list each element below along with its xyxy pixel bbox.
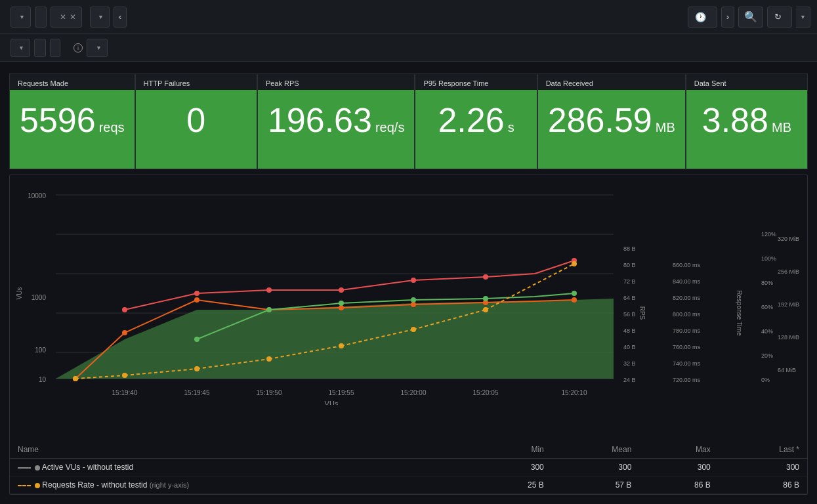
close-icon[interactable]: ✕ xyxy=(60,12,66,22)
svg-text:800.00 ms: 800.00 ms xyxy=(673,311,701,318)
stat-card-data-sent: Data Sent 3.88 MB xyxy=(686,74,808,169)
time-nav-back[interactable]: ‹ xyxy=(114,7,127,28)
svg-text:860.00 ms: 860.00 ms xyxy=(673,262,701,268)
svg-text:15:20:10: 15:20:10 xyxy=(562,389,587,396)
stat-label: Peak RPS xyxy=(258,74,415,90)
svg-point-57 xyxy=(411,302,416,307)
svg-text:56 B: 56 B xyxy=(623,311,636,318)
series-table: Name Min Mean Max Last * Active VUs - wi… xyxy=(10,441,807,494)
svg-text:RPS: RPS xyxy=(639,306,646,320)
chart-svg-wrap: 10 100 1000 10000 VUs 24 B 32 B 40 B 48 … xyxy=(10,175,807,440)
stat-number: 5596 xyxy=(20,103,96,137)
svg-text:256 MiB: 256 MiB xyxy=(778,268,799,275)
scenario-dropdown[interactable]: ▼ xyxy=(90,7,110,28)
series-max: 86 B xyxy=(639,476,718,494)
stat-card-peak-rps: Peak RPS 196.63 req/s xyxy=(257,74,415,169)
series-min: 300 xyxy=(472,459,551,476)
svg-point-70 xyxy=(411,297,416,303)
svg-text:0%: 0% xyxy=(761,377,770,383)
svg-point-82 xyxy=(194,366,199,371)
svg-point-56 xyxy=(339,305,344,310)
svg-text:100%: 100% xyxy=(761,255,776,262)
svg-point-53 xyxy=(122,330,127,335)
stat-unit: s xyxy=(508,120,514,135)
col-mean: Mean xyxy=(552,441,640,459)
refresh-icon: ↻ xyxy=(774,12,782,22)
svg-text:1000: 1000 xyxy=(31,294,47,301)
col-min: Min xyxy=(472,441,551,459)
col-last: Last * xyxy=(719,441,807,459)
series-last: 300 xyxy=(719,459,807,476)
stat-unit: MB xyxy=(656,120,675,135)
svg-point-87 xyxy=(572,261,577,266)
series-name-cell: Active VUs - without testid xyxy=(10,459,472,476)
svg-text:24 B: 24 B xyxy=(623,377,636,383)
svg-text:48 B: 48 B xyxy=(623,327,636,334)
stat-cards: Requests Made 5596 reqs HTTP Failures 0 … xyxy=(9,74,808,169)
svg-text:64 MiB: 64 MiB xyxy=(778,367,796,373)
svg-text:720.00 ms: 720.00 ms xyxy=(673,377,701,383)
stat-unit: req/s xyxy=(375,120,404,135)
svg-point-86 xyxy=(483,307,488,312)
svg-point-84 xyxy=(339,343,344,348)
stat-label: P95 Response Time xyxy=(415,74,536,90)
add-filter-button[interactable] xyxy=(50,39,60,57)
svg-point-81 xyxy=(122,373,127,378)
stat-number: 286.59 xyxy=(548,103,652,137)
svg-text:820.00 ms: 820.00 ms xyxy=(673,295,701,301)
svg-point-54 xyxy=(194,297,199,303)
stat-value-box: 2.26 s xyxy=(415,90,536,169)
refresh-button[interactable]: ↻ xyxy=(767,7,792,28)
series-min: 25 B xyxy=(472,476,551,494)
svg-text:VUs: VUs xyxy=(325,400,339,405)
svg-text:40%: 40% xyxy=(761,328,773,335)
zoom-out-button[interactable]: 🔍 xyxy=(738,7,763,28)
refresh-dropdown[interactable]: ▼ xyxy=(796,7,810,28)
stat-number: 3.88 xyxy=(702,103,768,137)
svg-text:80 B: 80 B xyxy=(623,262,636,268)
all-tag[interactable]: ✕ ✕ xyxy=(51,7,82,28)
svg-text:88 B: 88 B xyxy=(623,245,636,252)
svg-text:320 MiB: 320 MiB xyxy=(778,236,799,242)
svg-text:72 B: 72 B xyxy=(623,278,636,285)
stat-card-data-received: Data Received 286.59 MB xyxy=(537,74,686,169)
svg-text:15:19:55: 15:19:55 xyxy=(329,389,354,396)
metrics-dropdown[interactable]: ▼ xyxy=(87,39,108,57)
svg-text:840.00 ms: 840.00 ms xyxy=(673,278,701,285)
url-all-dropdown[interactable]: ▼ xyxy=(10,39,30,57)
table-row: Requests Rate - without testid (right y-… xyxy=(10,476,807,494)
top-bar: ▼ ✕ ✕ ▼ ‹ 🕐 › 🔍 ↻ ▼ xyxy=(0,0,817,34)
svg-point-72 xyxy=(572,291,577,296)
stat-value-box: 3.88 MB xyxy=(686,90,807,169)
svg-text:15:20:05: 15:20:05 xyxy=(473,389,499,396)
stat-label: Data Received xyxy=(538,74,685,90)
filters-button[interactable] xyxy=(34,39,46,57)
svg-text:15:19:40: 15:19:40 xyxy=(112,389,138,396)
svg-text:20%: 20% xyxy=(761,352,773,359)
datasource-dropdown[interactable]: ▼ xyxy=(10,7,31,28)
col-name: Name xyxy=(10,441,472,459)
clear-icon[interactable]: ✕ xyxy=(70,12,76,22)
svg-text:192 MiB: 192 MiB xyxy=(778,301,799,308)
info-icon: i xyxy=(73,43,83,52)
svg-point-60 xyxy=(122,307,127,312)
svg-point-65 xyxy=(483,274,488,280)
series-dashed-icon xyxy=(18,485,31,486)
stat-value-box: 0 xyxy=(136,90,257,169)
series-name: Active VUs - without testid xyxy=(42,463,133,472)
stat-label: Data Sent xyxy=(686,74,807,90)
svg-text:40 B: 40 B xyxy=(623,344,636,350)
time-range-picker[interactable]: 🕐 xyxy=(688,7,717,28)
svg-text:15:20:00: 15:20:00 xyxy=(401,389,427,396)
svg-text:780.00 ms: 780.00 ms xyxy=(673,327,701,334)
time-nav-forward[interactable]: › xyxy=(721,7,734,28)
svg-text:10000: 10000 xyxy=(28,192,46,200)
testid-tag[interactable] xyxy=(35,7,47,28)
stat-value-box: 5596 reqs xyxy=(10,90,135,169)
stat-card-p95-response-time: P95 Response Time 2.26 s xyxy=(415,74,537,169)
svg-point-83 xyxy=(266,356,272,362)
stat-value-box: 196.63 req/s xyxy=(258,90,415,169)
chevron-down-icon: ▼ xyxy=(98,14,104,20)
chart-svg: 10 100 1000 10000 VUs 24 B 32 B 40 B 48 … xyxy=(10,182,807,405)
table-row: Active VUs - without testid 300 300 300 … xyxy=(10,459,807,476)
